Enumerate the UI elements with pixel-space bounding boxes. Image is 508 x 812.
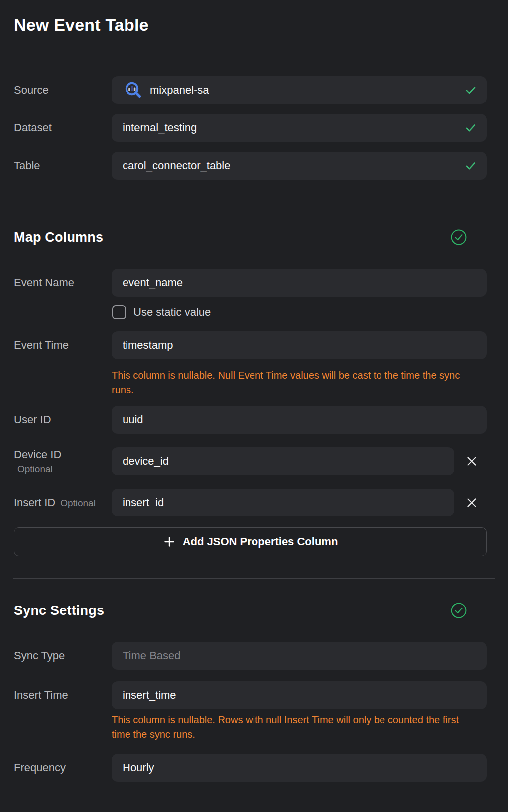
insert-id-field[interactable]: insert_id [112, 489, 454, 516]
table-label: Table [14, 152, 40, 180]
insert-time-field[interactable]: insert_time [112, 681, 487, 709]
chart-search-icon [123, 80, 143, 101]
device-id-value: device_id [123, 455, 169, 468]
circle-check-icon [451, 603, 467, 618]
sync-type-field: Time Based [112, 642, 487, 670]
use-static-value-checkbox[interactable] [112, 305, 126, 319]
insert-id-value: insert_id [123, 496, 164, 509]
close-icon [465, 496, 478, 509]
dataset-label: Dataset [14, 114, 52, 142]
event-time-field[interactable]: timestamp [112, 331, 487, 359]
dataset-value: internal_testing [123, 121, 197, 134]
event-time-value: timestamp [123, 339, 173, 352]
insert-time-warning: This column is nullable. Rows with null … [112, 713, 480, 742]
user-id-label: User ID [14, 406, 51, 434]
remove-device-id-button[interactable] [464, 454, 479, 469]
event-name-field[interactable]: event_name [112, 269, 487, 297]
frequency-label: Frequency [14, 754, 66, 782]
sync-type-label: Sync Type [14, 642, 65, 670]
table-field[interactable]: carol_connector_table [112, 152, 487, 180]
check-icon [465, 160, 477, 172]
section-heading-sync-settings: Sync Settings [14, 602, 104, 619]
table-value: carol_connector_table [123, 159, 230, 172]
remove-insert-id-button[interactable] [464, 495, 479, 510]
circle-check-icon [451, 229, 467, 245]
insert-time-label: Insert Time [14, 681, 68, 709]
event-name-label: Event Name [14, 269, 74, 297]
insert-id-optional-tag: Optional [60, 498, 96, 508]
close-icon [465, 455, 478, 468]
check-icon [465, 122, 477, 134]
use-static-value-label: Use static value [133, 305, 211, 319]
user-id-field[interactable]: uuid [112, 406, 487, 434]
source-field[interactable]: mixpanel-sa [112, 76, 487, 104]
section-heading-map-columns: Map Columns [14, 228, 103, 246]
frequency-value: Hourly [123, 761, 154, 774]
user-id-value: uuid [123, 413, 143, 426]
device-id-field[interactable]: device_id [112, 447, 454, 475]
plus-icon [163, 535, 176, 548]
frequency-field[interactable]: Hourly [112, 754, 487, 782]
device-id-label: Device ID Optional [14, 447, 61, 476]
new-event-table-panel: New Event Table Source mixpanel-sa Datas… [0, 0, 508, 812]
source-label: Source [14, 76, 49, 104]
insert-id-label: Insert IDOptional [14, 489, 96, 517]
section-divider [13, 578, 495, 579]
section-divider [13, 205, 495, 205]
dataset-field[interactable]: internal_testing [112, 114, 487, 142]
page-title: New Event Table [14, 14, 149, 36]
sync-type-value: Time Based [123, 649, 181, 662]
source-value: mixpanel-sa [150, 84, 209, 97]
check-icon [465, 84, 477, 96]
event-name-value: event_name [123, 276, 183, 289]
device-id-optional-tag: Optional [14, 462, 61, 476]
event-time-label: Event Time [14, 331, 69, 359]
event-time-warning: This column is nullable. Null Event Time… [112, 368, 480, 397]
add-json-properties-button[interactable]: Add JSON Properties Column [14, 527, 487, 556]
insert-time-value: insert_time [123, 689, 176, 702]
